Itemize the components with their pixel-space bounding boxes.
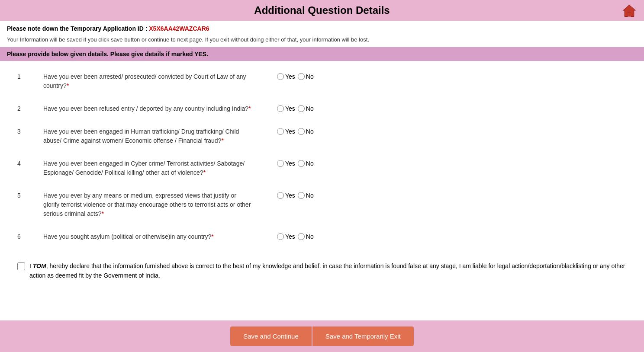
home-icon[interactable] xyxy=(621,3,637,18)
radio-no-2[interactable]: No xyxy=(298,105,314,112)
radio-no-1[interactable]: No xyxy=(298,73,314,80)
radio-no-label-3: No xyxy=(306,128,314,135)
radio-no-label-6: No xyxy=(306,233,314,240)
radio-group-1: Yes No xyxy=(277,72,314,80)
radio-input-yes-1[interactable] xyxy=(277,73,284,80)
question-row-5: 5 Have you ever by any means or medium, … xyxy=(17,184,627,225)
question-number-2: 2 xyxy=(17,104,43,112)
question-number-6: 6 xyxy=(17,232,43,240)
save-continue-button[interactable]: Save and Continue xyxy=(230,326,312,346)
declaration-text: I TOM, hereby declare that the informati… xyxy=(17,261,627,281)
radio-input-no-4[interactable] xyxy=(298,160,305,167)
info-text: Your Information will be saved if you cl… xyxy=(0,35,644,47)
radio-yes-5[interactable]: Yes xyxy=(277,192,295,199)
radio-no-label-5: No xyxy=(306,192,314,199)
radio-input-yes-3[interactable] xyxy=(277,128,284,135)
radio-no-6[interactable]: No xyxy=(298,233,314,240)
question-row-1: 1 Have you ever been arrested/ prosecute… xyxy=(17,65,627,97)
declaration-body: I TOM, hereby declare that the informati… xyxy=(29,261,627,281)
radio-yes-label-4: Yes xyxy=(285,160,295,167)
decl-text-before: I xyxy=(29,262,33,269)
radio-no-label-4: No xyxy=(306,160,314,167)
question-number-1: 1 xyxy=(17,72,43,80)
required-marker-5: * xyxy=(102,210,104,217)
radio-yes-label-3: Yes xyxy=(285,128,295,135)
radio-yes-3[interactable]: Yes xyxy=(277,128,295,135)
question-number-3: 3 xyxy=(17,127,43,135)
radio-yes-label-5: Yes xyxy=(285,192,295,199)
radio-yes-label-1: Yes xyxy=(285,73,295,80)
question-row-2: 2 Have you ever been refused entry / dep… xyxy=(17,97,627,120)
app-id-label: Please note down the Temporary Applicati… xyxy=(7,25,147,32)
question-text-6: Have you sought asylum (political or oth… xyxy=(43,232,251,241)
questions-section: 1 Have you ever been arrested/ prosecute… xyxy=(0,61,644,253)
radio-input-no-2[interactable] xyxy=(298,105,305,112)
instruction-bar: Please provide below given details. Plea… xyxy=(0,47,644,61)
app-id-value: X5X6AA42WAZCAR6 xyxy=(149,25,209,32)
question-text-5: Have you ever by any means or medium, ex… xyxy=(43,191,251,218)
radio-no-4[interactable]: No xyxy=(298,160,314,167)
required-marker-4: * xyxy=(203,169,206,176)
question-row-6: 6 Have you sought asylum (political or o… xyxy=(17,225,627,248)
radio-no-3[interactable]: No xyxy=(298,128,314,135)
required-marker-1: * xyxy=(67,82,69,89)
question-number-4: 4 xyxy=(17,159,43,167)
radio-group-4: Yes No xyxy=(277,159,314,167)
question-number-5: 5 xyxy=(17,191,43,199)
radio-input-no-1[interactable] xyxy=(298,73,305,80)
decl-text-after: , hereby declare that the information fu… xyxy=(29,262,625,279)
declaration-checkbox[interactable] xyxy=(17,262,25,270)
question-row-3: 3 Have you ever been engaged in Human tr… xyxy=(17,120,627,152)
radio-yes-label-6: Yes xyxy=(285,233,295,240)
radio-group-5: Yes No xyxy=(277,191,314,199)
radio-input-no-3[interactable] xyxy=(298,128,305,135)
radio-input-yes-6[interactable] xyxy=(277,233,284,240)
required-marker-2: * xyxy=(248,105,251,112)
radio-yes-label-2: Yes xyxy=(285,105,295,112)
radio-no-label-2: No xyxy=(306,105,314,112)
radio-input-no-6[interactable] xyxy=(298,233,305,240)
required-marker-3: * xyxy=(221,137,223,144)
svg-rect-1 xyxy=(628,13,631,16)
save-exit-button[interactable]: Save and Temporarily Exit xyxy=(312,326,414,346)
radio-input-no-5[interactable] xyxy=(298,192,305,199)
radio-group-2: Yes No xyxy=(277,104,314,112)
declaration-section: I TOM, hereby declare that the informati… xyxy=(0,253,644,289)
footer: Save and Continue Save and Temporarily E… xyxy=(0,320,644,352)
question-row-4: 4 Have you ever been engaged in Cyber cr… xyxy=(17,152,627,184)
decl-name: TOM xyxy=(33,262,46,269)
question-text-4: Have you ever been engaged in Cyber crim… xyxy=(43,159,251,177)
page-header: Additional Question Details xyxy=(0,0,644,21)
radio-yes-2[interactable]: Yes xyxy=(277,105,295,112)
radio-group-3: Yes No xyxy=(277,127,314,135)
question-text-3: Have you ever been engaged in Human traf… xyxy=(43,127,251,145)
app-id-section: Please note down the Temporary Applicati… xyxy=(0,21,644,35)
required-marker-6: * xyxy=(211,233,213,240)
radio-input-yes-2[interactable] xyxy=(277,105,284,112)
radio-input-yes-4[interactable] xyxy=(277,160,284,167)
radio-no-5[interactable]: No xyxy=(298,192,314,199)
question-text-1: Have you ever been arrested/ prosecuted/… xyxy=(43,72,251,90)
question-text-2: Have you ever been refused entry / depor… xyxy=(43,104,251,113)
page-title: Additional Question Details xyxy=(0,4,644,16)
radio-yes-1[interactable]: Yes xyxy=(277,73,295,80)
radio-input-yes-5[interactable] xyxy=(277,192,284,199)
radio-group-6: Yes No xyxy=(277,232,314,240)
radio-yes-4[interactable]: Yes xyxy=(277,160,295,167)
radio-yes-6[interactable]: Yes xyxy=(277,233,295,240)
radio-no-label-1: No xyxy=(306,73,314,80)
